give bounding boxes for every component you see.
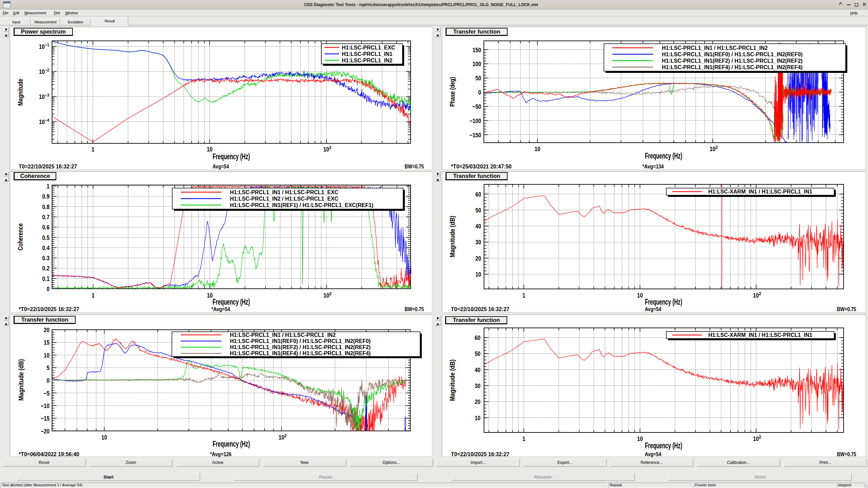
svg-text:102: 102 <box>323 291 332 299</box>
svg-text:40: 40 <box>475 223 481 230</box>
svg-text:10: 10 <box>207 146 213 153</box>
svg-text:10: 10 <box>637 292 643 299</box>
svg-text:0.7: 0.7 <box>42 214 50 221</box>
svg-text:102: 102 <box>279 433 287 441</box>
svg-text:1: 1 <box>47 183 50 190</box>
svg-text:0.6: 0.6 <box>42 224 50 231</box>
svg-text:BW=0.75: BW=0.75 <box>837 306 856 312</box>
svg-text:0: 0 <box>478 89 481 96</box>
svg-text:102: 102 <box>753 434 761 442</box>
svg-text:20: 20 <box>475 398 480 405</box>
svg-text:BW=0.75: BW=0.75 <box>405 306 424 312</box>
svg-text:H1:LSC-PRCL1_IN1(REF0) / H1:LS: H1:LSC-PRCL1_IN1(REF0) / H1:LSC-PRCL1_IN… <box>230 338 371 344</box>
svg-text:BW=0.75: BW=0.75 <box>405 163 424 170</box>
svg-text:*T0=06/04/2022 19:56:40: *T0=06/04/2022 19:56:40 <box>19 451 79 458</box>
svg-text:H1:LSC-PRCL1_IN2 / H1:LSC-PRCL: H1:LSC-PRCL1_IN2 / H1:LSC-PRCL1_EXC <box>230 196 339 202</box>
svg-text:0.5: 0.5 <box>42 234 50 241</box>
svg-text:T0=22/10/2025 16:32:27: T0=22/10/2025 16:32:27 <box>451 451 509 458</box>
svg-text:40: 40 <box>475 366 480 373</box>
svg-text:Avg=54: Avg=54 <box>645 306 662 312</box>
svg-text:H1:LSC-PRCL1_IN2: H1:LSC-PRCL1_IN2 <box>342 58 392 63</box>
svg-text:10: 10 <box>534 145 540 152</box>
svg-text:30: 30 <box>475 239 481 246</box>
svg-text:H1:LSC-PRCL1_IN1(REF2) / H1:LS: H1:LSC-PRCL1_IN1(REF2) / H1:LSC-PRCL1_IN… <box>230 344 371 350</box>
svg-text:H1:LSC-PRCL1_IN1(REF0) / H1:LS: H1:LSC-PRCL1_IN1(REF0) / H1:LSC-PRCL1_IN… <box>662 52 803 57</box>
svg-text:−100: −100 <box>470 117 481 124</box>
svg-text:−5: −5 <box>44 390 50 397</box>
svg-text:Magnitude (dB): Magnitude (dB) <box>17 359 25 401</box>
svg-text:*T0=25/03/2021 20:47:50: *T0=25/03/2021 20:47:50 <box>451 163 512 170</box>
svg-text:T0=22/10/2025 16:32:27: T0=22/10/2025 16:32:27 <box>451 306 509 312</box>
svg-text:H1:LSC-PRCL1_IN1(REF4) / H1:LS: H1:LSC-PRCL1_IN1(REF4) / H1:LSC-PRCL1_IN… <box>230 350 371 356</box>
svg-text:50: 50 <box>475 207 481 214</box>
svg-text:Frequency (Hz): Frequency (Hz) <box>645 151 682 160</box>
svg-text:H1:LSC-PRCL1_IN1(REF4) / H1:LS: H1:LSC-PRCL1_IN1(REF4) / H1:LSC-PRCL1_IN… <box>662 64 803 70</box>
svg-text:102: 102 <box>323 145 332 153</box>
svg-text:−150: −150 <box>470 131 481 139</box>
svg-text:10−4: 10−4 <box>39 118 50 125</box>
svg-text:10: 10 <box>475 414 480 422</box>
svg-text:50: 50 <box>475 350 480 357</box>
svg-text:*Avg=126: *Avg=126 <box>210 451 231 458</box>
svg-text:Frequency (Hz): Frequency (Hz) <box>645 298 682 306</box>
svg-text:Avg=54: Avg=54 <box>213 163 229 170</box>
svg-text:Frequency (Hz): Frequency (Hz) <box>645 441 682 450</box>
svg-text:H1:LSC-XARM_IN1 / H1:LSC-PRCL1: H1:LSC-XARM_IN1 / H1:LSC-PRCL1_IN1 <box>708 332 812 338</box>
svg-text:15: 15 <box>44 339 50 346</box>
svg-text:10: 10 <box>637 435 643 442</box>
svg-text:100: 100 <box>473 60 481 67</box>
svg-text:Coherence: Coherence <box>16 223 24 250</box>
svg-text:H1:LSC-PRCL1_IN1: H1:LSC-PRCL1_IN1 <box>342 51 392 57</box>
svg-text:H1:LSC-PRCL1_IN1 / H1:LSC-PRCL: H1:LSC-PRCL1_IN1 / H1:LSC-PRCL1_IN2 <box>662 45 768 51</box>
svg-text:H1:LSC-XARM_IN1 / H1:LSC-PRCL1: H1:LSC-XARM_IN1 / H1:LSC-PRCL1_IN1 <box>708 189 812 195</box>
svg-text:H1:LSC-PRCL1_IN1(REF2) / H1:LS: H1:LSC-PRCL1_IN1(REF2) / H1:LSC-PRCL1_IN… <box>662 58 803 64</box>
svg-text:Frequency (Hz): Frequency (Hz) <box>213 152 250 161</box>
svg-text:0.4: 0.4 <box>42 244 50 251</box>
svg-text:H1:LSC-PRCL1_IN1 / H1:LSC-PRCL: H1:LSC-PRCL1_IN1 / H1:LSC-PRCL1_IN2 <box>230 332 336 338</box>
svg-text:20: 20 <box>475 255 481 262</box>
svg-text:Magnitude: Magnitude <box>16 79 24 106</box>
svg-text:H1:LSC-PRCL1_IN1(REF1) / H1:LS: H1:LSC-PRCL1_IN1(REF1) / H1:LSC-PRCL1_EX… <box>230 202 373 208</box>
svg-text:Magnitude (dB): Magnitude (dB) <box>448 216 456 258</box>
svg-text:20: 20 <box>44 326 50 333</box>
svg-text:T0=22/10/2025 16:32:27: T0=22/10/2025 16:32:27 <box>19 163 77 170</box>
svg-text:0.8: 0.8 <box>42 203 50 210</box>
svg-text:5: 5 <box>47 364 50 371</box>
svg-text:1: 1 <box>92 146 95 153</box>
svg-text:10−2: 10−2 <box>39 67 49 75</box>
svg-text:0.2: 0.2 <box>42 265 50 272</box>
svg-text:10: 10 <box>475 271 481 278</box>
svg-text:102: 102 <box>753 291 761 299</box>
svg-text:0: 0 <box>47 285 50 292</box>
svg-text:−15: −15 <box>41 415 50 422</box>
svg-text:150: 150 <box>473 46 481 54</box>
svg-text:10: 10 <box>207 292 213 299</box>
svg-text:Frequency (Hz): Frequency (Hz) <box>213 298 250 306</box>
svg-text:10: 10 <box>44 352 50 359</box>
svg-text:1: 1 <box>522 292 526 299</box>
svg-text:102: 102 <box>710 145 718 152</box>
svg-text:1: 1 <box>522 435 526 442</box>
svg-text:Frequency (Hz): Frequency (Hz) <box>213 440 250 448</box>
svg-text:BW=0.75: BW=0.75 <box>837 451 856 458</box>
svg-text:1: 1 <box>92 292 95 299</box>
svg-text:−50: −50 <box>472 103 481 110</box>
svg-text:60: 60 <box>475 334 480 341</box>
svg-text:10: 10 <box>101 434 107 441</box>
svg-text:H1:LSC-PRCL1_EXC: H1:LSC-PRCL1_EXC <box>342 45 395 50</box>
svg-text:H1:LSC-PRCL1_IN1 / H1:LSC-PRCL: H1:LSC-PRCL1_IN1 / H1:LSC-PRCL1_EXC <box>230 189 339 195</box>
svg-text:*Avg=134: *Avg=134 <box>642 163 664 170</box>
svg-text:0: 0 <box>47 377 50 384</box>
svg-text:Avg=54: Avg=54 <box>645 451 662 458</box>
svg-text:0.3: 0.3 <box>42 255 50 262</box>
svg-text:−20: −20 <box>41 428 50 435</box>
svg-text:*Avg=54: *Avg=54 <box>212 306 230 312</box>
svg-text:*T0=22/10/2025 16:32:27: *T0=22/10/2025 16:32:27 <box>19 306 79 312</box>
svg-text:50: 50 <box>475 75 481 82</box>
svg-text:60: 60 <box>475 191 481 198</box>
svg-text:Phase (deg): Phase (deg) <box>448 77 456 107</box>
svg-text:30: 30 <box>475 382 480 389</box>
svg-text:10−1: 10−1 <box>39 42 49 50</box>
svg-text:0.1: 0.1 <box>42 275 50 282</box>
svg-text:0.9: 0.9 <box>42 193 50 200</box>
